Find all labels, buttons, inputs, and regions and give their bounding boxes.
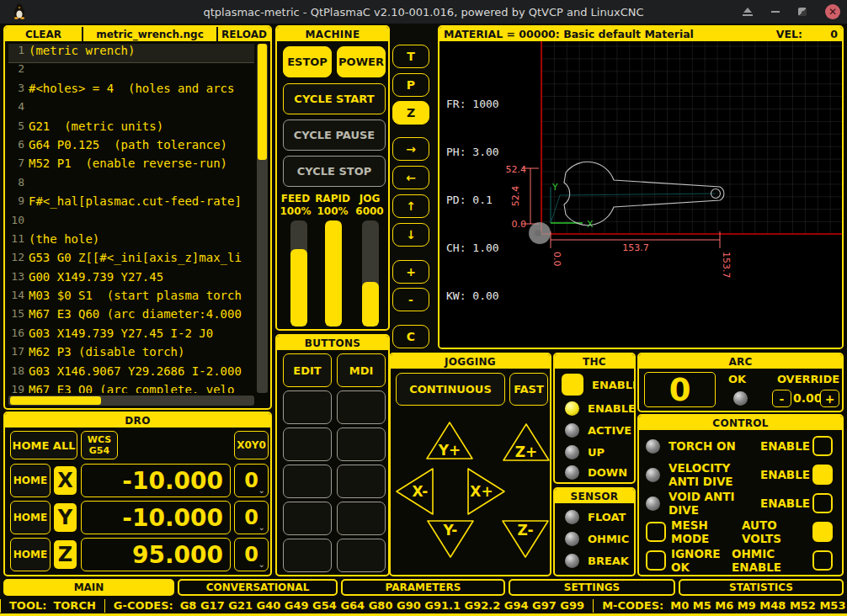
- gcode-horizontal-scrollbar[interactable]: [8, 396, 254, 406]
- cycle-stop-button[interactable]: CYCLE STOP: [283, 156, 386, 187]
- tool-z-button[interactable]: Z: [392, 101, 429, 125]
- jog-z-minus-button[interactable]: Z-: [498, 517, 551, 561]
- home-y-button[interactable]: HOME: [10, 501, 51, 534]
- custom-button-empty[interactable]: [283, 502, 332, 535]
- ignore-ok-checkbox[interactable]: [646, 550, 666, 571]
- custom-button-empty[interactable]: [283, 427, 332, 461]
- window-title: qtplasmac-metric - QtPlasmaC v2.10-001.0…: [0, 6, 847, 19]
- velocity-anti-dive-enable-checkbox[interactable]: [812, 465, 833, 485]
- tab-main[interactable]: MAIN: [3, 579, 174, 596]
- axis-x-label[interactable]: X: [54, 466, 77, 495]
- jog-x-plus-button[interactable]: X+: [464, 465, 509, 518]
- file-bar: CLEAR metric_wrench.ngc RELOAD: [5, 27, 270, 41]
- scroll-thumb[interactable]: [10, 396, 101, 405]
- mdi-button[interactable]: MDI: [337, 353, 386, 387]
- rapid-override-slider[interactable]: [325, 220, 342, 327]
- clear-plot-button[interactable]: C: [392, 325, 429, 348]
- pan-up-button[interactable]: ↑: [392, 194, 429, 218]
- tool-t-button[interactable]: T: [392, 45, 429, 68]
- float-switch-led: [565, 510, 579, 524]
- home-z-button[interactable]: HOME: [10, 538, 51, 571]
- arc-title: ARC: [639, 354, 842, 369]
- custom-button-empty[interactable]: [337, 539, 386, 572]
- clear-button[interactable]: CLEAR: [5, 27, 83, 41]
- jog-fast-button[interactable]: FAST: [509, 373, 548, 406]
- gcode-view[interactable]: 1(metric wrench) 2 3#<holes> = 4 (holes …: [8, 44, 254, 393]
- jog-x-minus-button[interactable]: X-: [392, 465, 437, 518]
- power-button[interactable]: POWER: [337, 46, 386, 77]
- void-anti-dive-enable-checkbox[interactable]: [812, 493, 833, 513]
- custom-button-empty[interactable]: [337, 427, 386, 461]
- sensor-panel: SENSOR FLOAT OHMIC BREAK: [553, 487, 636, 576]
- jogging-title: JOGGING: [391, 354, 550, 369]
- loaded-file-name[interactable]: metric_wrench.ngc: [83, 27, 218, 41]
- tab-parameters[interactable]: PARAMETERS: [341, 579, 505, 596]
- tab-statistics[interactable]: STATISTICS: [679, 579, 844, 596]
- auto-volts-checkbox[interactable]: [812, 522, 833, 542]
- thc-enable-checkbox[interactable]: [562, 374, 583, 396]
- pan-right-button[interactable]: →: [392, 137, 429, 161]
- chevron-down-icon: ⌄: [258, 486, 265, 495]
- thc-title: THC: [555, 354, 634, 369]
- edit-button[interactable]: EDIT: [283, 353, 332, 387]
- home-all-button[interactable]: HOME ALL: [10, 431, 77, 459]
- dro-panel: DRO HOME ALL WCSG54 X0Y0 HOME X -10.000 …: [3, 412, 272, 576]
- pan-left-button[interactable]: ←: [392, 166, 429, 189]
- custom-button-empty[interactable]: [337, 502, 386, 535]
- minimize-icon[interactable]: [771, 11, 780, 13]
- dim-x-length: 153.7: [622, 242, 649, 253]
- close-icon[interactable]: ✕: [825, 4, 840, 19]
- jog-speed-slider[interactable]: [362, 220, 379, 327]
- pan-down-button[interactable]: ↓: [392, 223, 429, 247]
- jog-y-plus-button[interactable]: Y+: [423, 418, 477, 463]
- gcode-line: 11(the hole): [8, 232, 254, 251]
- zero-x-button[interactable]: 0⌄: [234, 464, 269, 497]
- tool-status: TOOL: TORCH: [0, 599, 104, 613]
- gcode-line: 14M03 $0 S1 (start plasma torch: [8, 289, 254, 307]
- zero-y-button[interactable]: 0⌄: [234, 501, 269, 534]
- custom-button-empty[interactable]: [283, 390, 332, 424]
- mesh-mode-checkbox[interactable]: [646, 522, 666, 542]
- jog-y-minus-button[interactable]: Y-: [424, 517, 477, 561]
- zoom-in-button[interactable]: +: [392, 260, 429, 284]
- backplot-view: 52.4 0.0 52.4 153.7 0.0 153.7 X Y: [439, 41, 842, 348]
- ohmic-enable-checkbox[interactable]: [812, 550, 833, 571]
- cycle-pause-button[interactable]: CYCLE PAUSE: [283, 119, 386, 151]
- custom-button-empty[interactable]: [337, 390, 386, 424]
- estop-button[interactable]: ESTOP: [283, 46, 332, 77]
- arc-override-plus-button[interactable]: +: [820, 390, 839, 407]
- arc-override-minus-button[interactable]: -: [772, 390, 791, 407]
- jog-z-plus-button[interactable]: Z+: [499, 420, 551, 465]
- gcode-vertical-scrollbar[interactable]: [257, 44, 268, 393]
- preview-canvas: 52.4 0.0 52.4 153.7 0.0 153.7 X Y: [439, 41, 842, 348]
- tool-p-button[interactable]: P: [392, 73, 429, 97]
- svg-text:X+: X+: [470, 483, 493, 500]
- svg-text:X-: X-: [413, 483, 429, 500]
- home-x-button[interactable]: HOME: [10, 464, 51, 497]
- custom-button-empty[interactable]: [283, 539, 332, 572]
- zero-z-button[interactable]: 0⌄: [234, 538, 269, 571]
- x0y0-button[interactable]: X0Y0: [234, 431, 269, 459]
- torch-enable-checkbox[interactable]: [812, 436, 833, 456]
- velocity-anti-dive-led: [646, 468, 660, 482]
- jogging-panel: JOGGING CONTINUOUS FAST Y+ Z+ X- X+ Y- Z…: [389, 353, 551, 576]
- jog-continuous-button[interactable]: CONTINUOUS: [396, 373, 505, 406]
- scroll-thumb[interactable]: [258, 44, 267, 160]
- custom-button-empty[interactable]: [337, 465, 386, 498]
- zoom-out-button[interactable]: -: [392, 288, 429, 311]
- tab-conversational[interactable]: CONVERSATIONAL: [178, 579, 338, 596]
- axis-y-label[interactable]: Y: [54, 503, 77, 532]
- feed-override-slider[interactable]: [290, 220, 307, 327]
- maximize-icon[interactable]: [798, 8, 807, 16]
- reload-button[interactable]: RELOAD: [218, 27, 270, 41]
- cycle-start-button[interactable]: CYCLE START: [283, 83, 386, 114]
- custom-button-empty[interactable]: [283, 465, 332, 498]
- x-axis-label: X: [587, 219, 594, 230]
- dro-y-value: -10.000: [81, 501, 231, 534]
- shade-window-icon[interactable]: [743, 8, 753, 16]
- wcs-button[interactable]: WCSG54: [81, 431, 118, 459]
- material-selector[interactable]: MATERIAL = 00000: Basic default Material: [444, 28, 694, 40]
- axis-z-label[interactable]: Z: [54, 540, 77, 569]
- machine-panel: MACHINE ESTOP POWER CYCLE START CYCLE PA…: [275, 25, 390, 331]
- tab-settings[interactable]: SETTINGS: [509, 579, 675, 596]
